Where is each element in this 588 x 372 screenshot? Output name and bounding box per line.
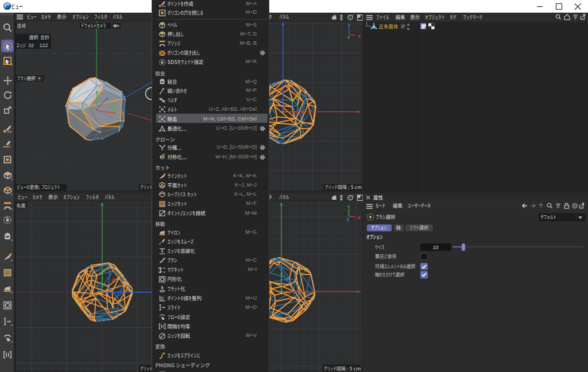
svg-text:X: X [358,215,361,220]
svg-text:Z: Z [347,217,350,222]
svg-text:Y: Y [347,204,351,210]
svg-text:Y: Y [347,35,351,40]
svg-text:Z: Z [348,23,351,28]
svg-text:X: X [358,34,361,39]
